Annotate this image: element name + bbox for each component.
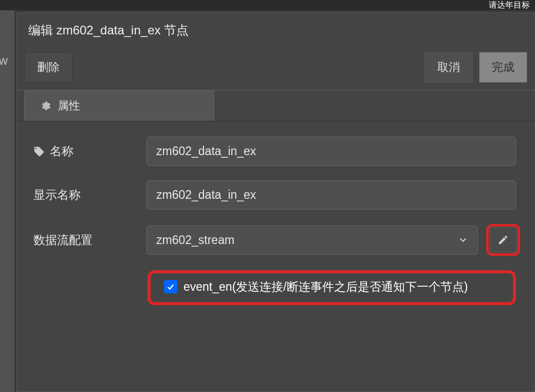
edit-button-highlight xyxy=(486,224,520,256)
stream-config-label: 数据流配置 xyxy=(24,232,142,248)
stream-config-label-text: 数据流配置 xyxy=(33,232,93,248)
tab-properties-label: 属性 xyxy=(58,98,80,114)
form-body: 名称 显示名称 数据流配置 zm602_stream xyxy=(17,121,534,315)
stream-select-wrapper: zm602_stream xyxy=(146,226,478,255)
tag-icon xyxy=(33,146,45,157)
name-label-text: 名称 xyxy=(50,143,73,159)
delete-button[interactable]: 删除 xyxy=(24,52,72,83)
top-bar: 请达年目标 xyxy=(0,0,535,10)
event-en-checkbox-row: event_en(发送连接/断连事件之后是否通知下一个节点) xyxy=(147,270,516,305)
left-stripe: W xyxy=(0,10,14,392)
name-label: 名称 xyxy=(24,143,142,159)
event-en-checkbox[interactable] xyxy=(164,280,177,293)
event-en-label: event_en(发送连接/断连事件之后是否通知下一个节点) xyxy=(183,278,468,295)
display-name-label: 显示名称 xyxy=(24,187,142,203)
cancel-button[interactable]: 取消 xyxy=(425,52,473,83)
top-bar-text: 请达年目标 xyxy=(489,1,530,9)
display-name-label-text: 显示名称 xyxy=(33,187,81,203)
form-row-display-name: 显示名称 xyxy=(24,180,527,210)
tab-properties[interactable]: 属性 xyxy=(24,90,214,121)
stream-config-select[interactable]: zm602_stream xyxy=(146,226,478,255)
tab-row: 属性 xyxy=(17,90,534,121)
form-row-name: 名称 xyxy=(24,137,527,166)
button-row-right: 取消 完成 xyxy=(425,52,527,83)
display-name-input[interactable] xyxy=(146,180,516,210)
done-button[interactable]: 完成 xyxy=(479,52,527,83)
checkmark-icon xyxy=(166,282,175,291)
dialog-container: 编辑 zm602_data_in_ex 节点 删除 取消 完成 属性 名称 xyxy=(16,12,535,392)
left-stripe-text: W xyxy=(0,57,8,67)
button-row: 删除 取消 完成 xyxy=(17,48,534,90)
gear-icon xyxy=(41,101,51,111)
edit-stream-button[interactable] xyxy=(490,228,516,252)
form-row-stream-config: 数据流配置 zm602_stream xyxy=(24,224,527,256)
dialog-title: 编辑 zm602_data_in_ex 节点 xyxy=(17,13,534,48)
name-input[interactable] xyxy=(146,137,516,166)
pencil-icon xyxy=(497,234,509,246)
